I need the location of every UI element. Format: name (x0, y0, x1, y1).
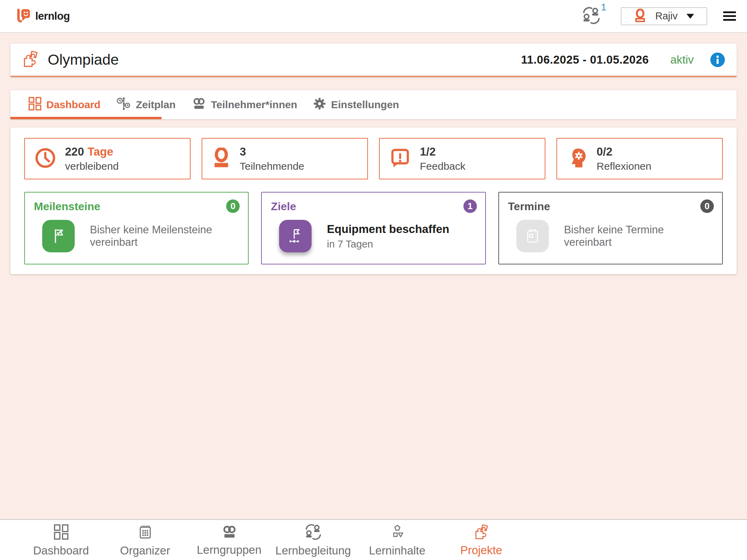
project-status: aktiv (670, 53, 694, 66)
nav-label: Lernbegleitung (275, 544, 351, 557)
bottom-navigation: Dashboard Organizer (0, 519, 747, 560)
tab-teilnehmer[interactable]: Teilnehmer*innen (192, 97, 297, 113)
mentoring-handover-icon (305, 524, 322, 541)
stat-participants: 3 Teilnehmende (202, 138, 368, 179)
milestones-empty-text: Bisher keine Meilensteine vereinbart (90, 224, 239, 249)
people-icon (221, 525, 237, 541)
milestone-flag-check-icon (42, 220, 75, 252)
organizer-calendar-icon (137, 524, 153, 541)
dashboard-panel: 220Tage verbleibend 3 Teilnehmende (10, 128, 737, 274)
project-header: Olympiade 11.06.2025 - 01.05.2026 aktiv (10, 44, 737, 77)
logo-text: lernlog (35, 10, 70, 22)
tab-zeitplan[interactable]: Zeitplan (117, 96, 176, 113)
hamburger-menu-icon[interactable] (723, 11, 736, 21)
goals-card[interactable]: Ziele 1 Equipment (261, 192, 486, 264)
nav-label: Lerngruppen (197, 543, 261, 557)
active-tab-indicator (10, 117, 162, 119)
card-title: Meilensteine (34, 200, 239, 213)
dashboard-grid-icon (54, 524, 69, 541)
info-icon[interactable] (710, 53, 725, 67)
nav-label: Dashboard (33, 544, 89, 557)
nav-item-dashboard[interactable]: Dashboard (19, 520, 103, 560)
nav-label: Organizer (120, 544, 170, 557)
project-tabs: Dashboard Zeitplan (10, 90, 737, 119)
nav-item-organizer[interactable]: Organizer (103, 520, 187, 560)
shapes-icon (389, 524, 405, 541)
project-date-range: 11.06.2025 - 01.05.2026 (521, 53, 649, 66)
stat-value: 3 (240, 145, 246, 158)
notification-count-badge: 1 (601, 2, 606, 13)
timeline-clock-icon (117, 96, 131, 113)
stats-row: 220Tage verbleibend 3 Teilnehmende (24, 138, 723, 179)
stat-value: 220 (65, 145, 84, 158)
user-name: Rajiv (655, 10, 677, 22)
tab-label: Einstellungen (331, 99, 399, 111)
card-title: Termine (508, 200, 713, 213)
user-person-icon (634, 9, 646, 24)
chevron-down-icon (686, 14, 694, 19)
stat-feedback: 1/2 Feedback (379, 138, 545, 179)
appointments-count-badge: 0 (700, 199, 714, 213)
stat-value: 0/2 (597, 145, 612, 158)
stat-days-remaining: 220Tage verbleibend (24, 138, 191, 179)
tab-label: Dashboard (46, 99, 101, 111)
overview-cards-row: Meilensteine 0 Bisher keine Meilensteine… (24, 192, 723, 264)
notifications-button[interactable]: 1 (582, 7, 601, 26)
tab-label: Teilnehmer*innen (211, 99, 297, 111)
people-icon (192, 97, 206, 113)
goal-item-due: in 7 Tagen (327, 239, 449, 250)
goal-item-title: Equipment beschaffen (327, 223, 449, 236)
puzzle-icon (474, 524, 489, 541)
reflection-head-icon (567, 147, 588, 170)
nav-item-projekte[interactable]: Projekte (439, 520, 523, 560)
tab-label: Zeitplan (136, 99, 176, 111)
project-title: Olympiade (48, 51, 119, 68)
stat-value: 1/2 (420, 145, 436, 158)
nav-label: Lerninhalte (369, 544, 425, 557)
stat-suffix: Tage (87, 145, 113, 158)
top-bar: lernlog 1 Rajiv (0, 0, 747, 33)
goals-count-badge: 1 (463, 199, 477, 213)
tab-einstellungen[interactable]: Einstellungen (313, 97, 399, 113)
stat-reflections: 0/2 Reflexionen (556, 138, 723, 179)
feedback-bubble-icon (389, 147, 411, 170)
clock-icon (35, 147, 56, 170)
nav-label: Projekte (460, 544, 502, 557)
appointments-empty-text: Bisher keine Termine vereinbart (564, 224, 713, 249)
nav-item-lernbegleitung[interactable]: Lernbegleitung (271, 520, 355, 560)
card-title: Ziele (271, 200, 476, 213)
appointment-calendar-icon (516, 220, 549, 252)
user-menu-dropdown[interactable]: Rajiv (621, 7, 707, 25)
dashboard-grid-icon (28, 97, 42, 113)
gear-icon (313, 97, 326, 113)
nav-item-lerninhalte[interactable]: Lerninhalte (355, 520, 439, 560)
stat-label: Feedback (420, 159, 465, 173)
mentoring-handover-icon (582, 19, 601, 25)
stat-label: Teilnehmende (240, 159, 304, 173)
nav-item-lerngruppen[interactable]: Lerngruppen (187, 520, 271, 560)
appointments-card[interactable]: Termine 0 Bisher keine Termine vereinbar… (498, 192, 723, 264)
puzzle-icon (22, 51, 39, 69)
lernlog-logo-icon (16, 8, 32, 25)
stat-label: verbleibend (65, 159, 119, 173)
goal-flag-icon (279, 220, 312, 252)
milestones-card[interactable]: Meilensteine 0 Bisher keine Meilensteine… (24, 192, 249, 264)
stat-label: Reflexionen (597, 159, 651, 173)
person-icon (212, 148, 231, 170)
tab-dashboard[interactable]: Dashboard (28, 97, 101, 113)
app-logo[interactable]: lernlog (16, 8, 70, 25)
